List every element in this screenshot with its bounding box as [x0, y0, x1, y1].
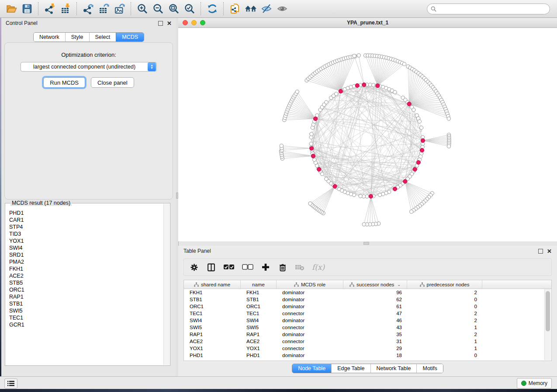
result-node-item[interactable]: SRD1 — [9, 251, 164, 258]
result-node-item[interactable]: TEC1 — [9, 314, 164, 321]
result-node-item[interactable]: STB5 — [9, 279, 164, 286]
tab-mcds[interactable]: MCDS — [116, 33, 144, 41]
close-panel-icon[interactable]: ✕ — [547, 249, 552, 253]
result-node-item[interactable]: SWI5 — [9, 307, 164, 314]
clone-network-button[interactable] — [227, 1, 243, 16]
table-row-STB1[interactable]: STB1STB1dominator620 — [184, 296, 551, 303]
cell-mcds_role: dominator — [277, 304, 343, 309]
result-node-item[interactable]: STP4 — [9, 224, 164, 230]
result-node-item[interactable]: TID3 — [9, 230, 164, 237]
cell-name: STB1 — [241, 297, 277, 302]
result-node-item[interactable]: ORC1 — [9, 286, 164, 293]
export-network-button[interactable] — [80, 1, 96, 16]
result-node-item[interactable]: YOX1 — [9, 237, 164, 244]
zoom-fit-button[interactable] — [166, 1, 182, 16]
column-chooser-button[interactable] — [206, 262, 216, 272]
column-header-shared-name[interactable]: shared name — [184, 280, 241, 289]
cell-successor_nodes: 31 — [343, 339, 407, 344]
table-tab-edge-table[interactable]: Edge Table — [331, 364, 370, 373]
gear-icon — [190, 263, 198, 272]
network-title-bar[interactable]: YPA_prune.txt_1 — [178, 18, 557, 28]
cell-name: SWI5 — [241, 325, 277, 330]
column-header-successor-nodes[interactable]: successor nodes⌄ — [343, 280, 407, 289]
tab-network[interactable]: Network — [34, 33, 65, 41]
result-node-item[interactable]: PMA2 — [9, 258, 164, 265]
result-node-item[interactable]: CAR1 — [9, 217, 164, 224]
table-body: FKH1FKH1dominator962STB1STB1dominator620… — [184, 289, 551, 359]
table-row-PHD1[interactable]: PHD1PHD1dominator180 — [184, 352, 551, 359]
table-tab-node-table[interactable]: Node Table — [292, 364, 331, 373]
tab-select[interactable]: Select — [89, 33, 116, 41]
table-toolbar: f(x) — [183, 258, 552, 276]
search-field[interactable] — [427, 3, 550, 14]
cell-successor_nodes: 43 — [343, 325, 407, 330]
zoom-selected-button[interactable] — [182, 1, 197, 16]
table-row-TEC1[interactable]: TEC1TEC1connector472 — [184, 310, 551, 317]
show-all-button[interactable] — [274, 1, 290, 16]
float-panel-icon[interactable] — [538, 249, 543, 254]
optimization-criterion-label: Optimization criterion: — [5, 52, 173, 58]
network-nodes[interactable] — [309, 83, 425, 198]
result-node-item[interactable]: STB1 — [9, 300, 164, 307]
result-scrollbar[interactable] — [163, 204, 170, 365]
delete-table-button[interactable] — [295, 262, 304, 272]
table-tab-motifs[interactable]: Motifs — [416, 364, 443, 373]
cell-predecessor_nodes: 1 — [407, 339, 482, 344]
eye-icon — [277, 3, 288, 14]
result-node-item[interactable]: SWI4 — [9, 244, 164, 251]
maximize-window-icon[interactable] — [200, 20, 205, 25]
open-session-button[interactable] — [3, 1, 19, 16]
refresh-layout-button[interactable] — [204, 1, 220, 16]
table-row-SWI5[interactable]: SWI5SWI5connector431 — [184, 324, 551, 331]
minimize-window-icon[interactable] — [191, 20, 197, 25]
result-node-item[interactable]: FKH1 — [9, 265, 164, 272]
table-row-ORC1[interactable]: ORC1ORC1dominator610 — [184, 303, 551, 310]
export-table-button[interactable] — [96, 1, 112, 16]
export-image-button[interactable] — [112, 1, 128, 16]
column-header-MCDS-role[interactable]: MCDS role — [277, 280, 343, 289]
hide-selected-button[interactable] — [259, 1, 274, 16]
zoom-in-button[interactable] — [135, 1, 150, 16]
import-table-button[interactable] — [58, 1, 73, 16]
function-builder-button[interactable]: f(x) — [312, 262, 325, 272]
close-panel-icon[interactable]: ✕ — [167, 21, 172, 25]
table-scrollbar[interactable] — [544, 289, 551, 360]
table-row-ACE2[interactable]: ACE2ACE2connector311 — [184, 338, 551, 345]
network-canvas[interactable] — [178, 28, 557, 241]
cell-shared_name: STB1 — [184, 297, 241, 302]
save-session-button[interactable] — [19, 1, 35, 16]
run-mcds-button[interactable]: Run MCDS — [43, 77, 85, 88]
result-node-item[interactable]: GCR1 — [9, 321, 164, 328]
table-scrollbar-thumb[interactable] — [546, 291, 550, 331]
deselect-all-rows-button[interactable] — [242, 262, 253, 272]
cell-predecessor_nodes: 0 — [407, 304, 482, 309]
result-node-item[interactable]: RAP1 — [9, 293, 164, 300]
memory-button[interactable]: Memory — [517, 378, 552, 389]
first-neighbors-button[interactable] — [243, 1, 259, 16]
result-node-item[interactable]: ACE2 — [9, 272, 164, 279]
float-panel-icon[interactable] — [158, 21, 163, 26]
horizontal-splitter-handle[interactable] — [363, 242, 369, 245]
table-row-SWI4[interactable]: SWI4SWI4dominator462 — [184, 317, 551, 324]
table-row-RAP1[interactable]: RAP1RAP1dominator352 — [184, 331, 551, 338]
tab-style[interactable]: Style — [65, 33, 89, 41]
task-history-button[interactable] — [4, 378, 17, 389]
import-network-button[interactable] — [42, 1, 58, 16]
close-window-icon[interactable] — [183, 20, 188, 25]
cell-successor_nodes: 47 — [343, 311, 407, 316]
add-row-button[interactable] — [261, 262, 270, 272]
table-tab-network-table[interactable]: Network Table — [370, 364, 417, 373]
zoom-out-button[interactable] — [150, 1, 166, 16]
table-row-YOX1[interactable]: YOX1YOX1connector291 — [184, 345, 551, 352]
result-node-item[interactable]: PHD1 — [9, 210, 164, 217]
table-row-FKH1[interactable]: FKH1FKH1dominator962 — [184, 289, 551, 296]
select-stepper-icon: ▲▼ — [148, 62, 156, 71]
column-header-predecessor-nodes[interactable]: predecessor nodes — [407, 280, 482, 289]
search-input[interactable] — [439, 5, 546, 12]
close-panel-button[interactable]: Close panel — [91, 77, 134, 88]
table-settings-button[interactable] — [189, 262, 199, 272]
optimization-criterion-select[interactable]: largest connected component (undirected)… — [21, 62, 157, 72]
select-all-rows-button[interactable] — [223, 262, 235, 272]
column-header-name[interactable]: name — [241, 280, 277, 289]
delete-row-button[interactable] — [278, 262, 287, 272]
